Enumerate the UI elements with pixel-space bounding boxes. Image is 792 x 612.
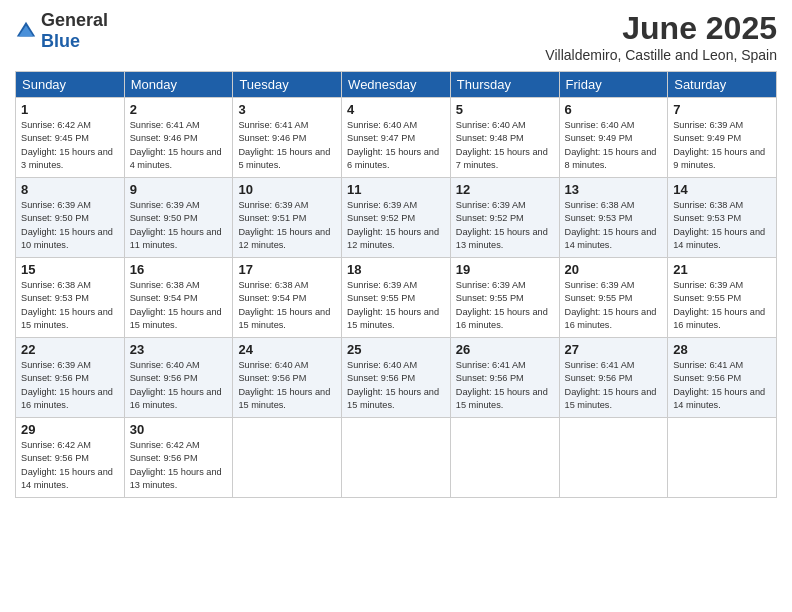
table-row: 22 Sunrise: 6:39 AMSunset: 9:56 PMDaylig… xyxy=(16,338,125,418)
day-info: Sunrise: 6:42 AMSunset: 9:56 PMDaylight:… xyxy=(130,440,222,490)
table-row: 30 Sunrise: 6:42 AMSunset: 9:56 PMDaylig… xyxy=(124,418,233,498)
day-number: 15 xyxy=(21,262,119,277)
table-row: 5 Sunrise: 6:40 AMSunset: 9:48 PMDayligh… xyxy=(450,98,559,178)
day-info: Sunrise: 6:39 AMSunset: 9:55 PMDaylight:… xyxy=(456,280,548,330)
day-number: 14 xyxy=(673,182,771,197)
header: General Blue June 2025 Villaldemiro, Cas… xyxy=(15,10,777,63)
day-info: Sunrise: 6:40 AMSunset: 9:56 PMDaylight:… xyxy=(238,360,330,410)
day-number: 17 xyxy=(238,262,336,277)
table-row: 7 Sunrise: 6:39 AMSunset: 9:49 PMDayligh… xyxy=(668,98,777,178)
day-info: Sunrise: 6:41 AMSunset: 9:46 PMDaylight:… xyxy=(238,120,330,170)
table-row: 9 Sunrise: 6:39 AMSunset: 9:50 PMDayligh… xyxy=(124,178,233,258)
day-number: 10 xyxy=(238,182,336,197)
day-number: 24 xyxy=(238,342,336,357)
day-info: Sunrise: 6:40 AMSunset: 9:56 PMDaylight:… xyxy=(130,360,222,410)
day-info: Sunrise: 6:39 AMSunset: 9:55 PMDaylight:… xyxy=(565,280,657,330)
day-info: Sunrise: 6:38 AMSunset: 9:53 PMDaylight:… xyxy=(565,200,657,250)
col-monday: Monday xyxy=(124,72,233,98)
day-number: 9 xyxy=(130,182,228,197)
day-info: Sunrise: 6:40 AMSunset: 9:49 PMDaylight:… xyxy=(565,120,657,170)
col-saturday: Saturday xyxy=(668,72,777,98)
day-number: 2 xyxy=(130,102,228,117)
table-row: 6 Sunrise: 6:40 AMSunset: 9:49 PMDayligh… xyxy=(559,98,668,178)
table-row: 2 Sunrise: 6:41 AMSunset: 9:46 PMDayligh… xyxy=(124,98,233,178)
table-row: 19 Sunrise: 6:39 AMSunset: 9:55 PMDaylig… xyxy=(450,258,559,338)
table-row: 11 Sunrise: 6:39 AMSunset: 9:52 PMDaylig… xyxy=(342,178,451,258)
table-row: 13 Sunrise: 6:38 AMSunset: 9:53 PMDaylig… xyxy=(559,178,668,258)
page: General Blue June 2025 Villaldemiro, Cas… xyxy=(0,0,792,612)
table-row: 23 Sunrise: 6:40 AMSunset: 9:56 PMDaylig… xyxy=(124,338,233,418)
table-row: 20 Sunrise: 6:39 AMSunset: 9:55 PMDaylig… xyxy=(559,258,668,338)
day-number: 7 xyxy=(673,102,771,117)
day-number: 1 xyxy=(21,102,119,117)
day-number: 6 xyxy=(565,102,663,117)
logo: General Blue xyxy=(15,10,108,52)
week-row: 8 Sunrise: 6:39 AMSunset: 9:50 PMDayligh… xyxy=(16,178,777,258)
col-thursday: Thursday xyxy=(450,72,559,98)
table-row: 10 Sunrise: 6:39 AMSunset: 9:51 PMDaylig… xyxy=(233,178,342,258)
day-info: Sunrise: 6:39 AMSunset: 9:50 PMDaylight:… xyxy=(130,200,222,250)
day-info: Sunrise: 6:38 AMSunset: 9:53 PMDaylight:… xyxy=(673,200,765,250)
table-row: 1 Sunrise: 6:42 AMSunset: 9:45 PMDayligh… xyxy=(16,98,125,178)
day-info: Sunrise: 6:39 AMSunset: 9:52 PMDaylight:… xyxy=(347,200,439,250)
table-row: 18 Sunrise: 6:39 AMSunset: 9:55 PMDaylig… xyxy=(342,258,451,338)
location-title: Villaldemiro, Castille and Leon, Spain xyxy=(545,47,777,63)
table-row xyxy=(668,418,777,498)
col-tuesday: Tuesday xyxy=(233,72,342,98)
table-row: 17 Sunrise: 6:38 AMSunset: 9:54 PMDaylig… xyxy=(233,258,342,338)
day-info: Sunrise: 6:38 AMSunset: 9:53 PMDaylight:… xyxy=(21,280,113,330)
day-number: 12 xyxy=(456,182,554,197)
col-friday: Friday xyxy=(559,72,668,98)
day-number: 28 xyxy=(673,342,771,357)
header-row: Sunday Monday Tuesday Wednesday Thursday… xyxy=(16,72,777,98)
logo-blue: Blue xyxy=(41,31,80,51)
week-row: 1 Sunrise: 6:42 AMSunset: 9:45 PMDayligh… xyxy=(16,98,777,178)
day-info: Sunrise: 6:42 AMSunset: 9:45 PMDaylight:… xyxy=(21,120,113,170)
day-number: 20 xyxy=(565,262,663,277)
table-row: 3 Sunrise: 6:41 AMSunset: 9:46 PMDayligh… xyxy=(233,98,342,178)
day-info: Sunrise: 6:41 AMSunset: 9:46 PMDaylight:… xyxy=(130,120,222,170)
table-row: 25 Sunrise: 6:40 AMSunset: 9:56 PMDaylig… xyxy=(342,338,451,418)
day-info: Sunrise: 6:38 AMSunset: 9:54 PMDaylight:… xyxy=(238,280,330,330)
day-info: Sunrise: 6:39 AMSunset: 9:51 PMDaylight:… xyxy=(238,200,330,250)
day-info: Sunrise: 6:39 AMSunset: 9:49 PMDaylight:… xyxy=(673,120,765,170)
table-row: 26 Sunrise: 6:41 AMSunset: 9:56 PMDaylig… xyxy=(450,338,559,418)
col-sunday: Sunday xyxy=(16,72,125,98)
day-number: 21 xyxy=(673,262,771,277)
table-row: 4 Sunrise: 6:40 AMSunset: 9:47 PMDayligh… xyxy=(342,98,451,178)
table-row xyxy=(559,418,668,498)
week-row: 15 Sunrise: 6:38 AMSunset: 9:53 PMDaylig… xyxy=(16,258,777,338)
day-number: 3 xyxy=(238,102,336,117)
day-info: Sunrise: 6:41 AMSunset: 9:56 PMDaylight:… xyxy=(565,360,657,410)
day-info: Sunrise: 6:39 AMSunset: 9:56 PMDaylight:… xyxy=(21,360,113,410)
logo-general: General xyxy=(41,10,108,30)
day-number: 30 xyxy=(130,422,228,437)
table-row: 28 Sunrise: 6:41 AMSunset: 9:56 PMDaylig… xyxy=(668,338,777,418)
day-info: Sunrise: 6:40 AMSunset: 9:47 PMDaylight:… xyxy=(347,120,439,170)
table-row xyxy=(342,418,451,498)
day-number: 22 xyxy=(21,342,119,357)
day-number: 23 xyxy=(130,342,228,357)
day-info: Sunrise: 6:40 AMSunset: 9:48 PMDaylight:… xyxy=(456,120,548,170)
week-row: 29 Sunrise: 6:42 AMSunset: 9:56 PMDaylig… xyxy=(16,418,777,498)
day-info: Sunrise: 6:39 AMSunset: 9:50 PMDaylight:… xyxy=(21,200,113,250)
title-block: June 2025 Villaldemiro, Castille and Leo… xyxy=(545,10,777,63)
day-number: 27 xyxy=(565,342,663,357)
table-row: 14 Sunrise: 6:38 AMSunset: 9:53 PMDaylig… xyxy=(668,178,777,258)
calendar-table: Sunday Monday Tuesday Wednesday Thursday… xyxy=(15,71,777,498)
day-number: 13 xyxy=(565,182,663,197)
day-info: Sunrise: 6:42 AMSunset: 9:56 PMDaylight:… xyxy=(21,440,113,490)
day-number: 18 xyxy=(347,262,445,277)
day-info: Sunrise: 6:41 AMSunset: 9:56 PMDaylight:… xyxy=(673,360,765,410)
table-row xyxy=(233,418,342,498)
day-info: Sunrise: 6:39 AMSunset: 9:55 PMDaylight:… xyxy=(347,280,439,330)
day-number: 16 xyxy=(130,262,228,277)
table-row: 29 Sunrise: 6:42 AMSunset: 9:56 PMDaylig… xyxy=(16,418,125,498)
table-row xyxy=(450,418,559,498)
table-row: 21 Sunrise: 6:39 AMSunset: 9:55 PMDaylig… xyxy=(668,258,777,338)
table-row: 27 Sunrise: 6:41 AMSunset: 9:56 PMDaylig… xyxy=(559,338,668,418)
month-title: June 2025 xyxy=(545,10,777,47)
day-info: Sunrise: 6:39 AMSunset: 9:55 PMDaylight:… xyxy=(673,280,765,330)
table-row: 16 Sunrise: 6:38 AMSunset: 9:54 PMDaylig… xyxy=(124,258,233,338)
day-number: 25 xyxy=(347,342,445,357)
